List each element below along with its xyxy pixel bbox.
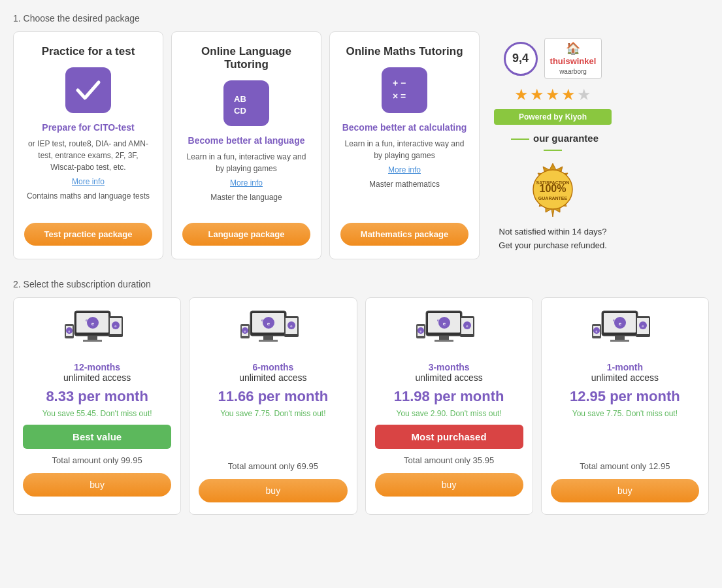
dur-save-3: You save 2.90. Don't miss out!: [396, 409, 501, 418]
device-icon-1: e extraas e e: [589, 310, 661, 355]
duration-card-1: e extraas e e 1-month unlimited access 1…: [541, 297, 709, 515]
most-purchased-badge: Most purchased: [375, 425, 523, 449]
pkg-contains-test: Contains maths and language tests: [27, 191, 150, 201]
pkg-title-maths: Online Maths Tutoring: [346, 45, 463, 58]
svg-text:100%: 100%: [540, 183, 566, 194]
svg-rect-41: [439, 336, 449, 340]
brand-name: thuiswinkel: [550, 56, 597, 67]
rating-box: 9,4 🏠 thuiswinkel waarborg: [504, 38, 602, 79]
svg-text:e: e: [420, 329, 422, 333]
pkg-desc-maths: Learn in a fun, interactive way and by p…: [340, 138, 468, 161]
svg-rect-11: [88, 336, 97, 340]
svg-rect-27: [259, 340, 278, 342]
package-card-test: Practice for a test Prepare for CITO-tes…: [13, 31, 163, 259]
guarantee-title: our guarantee: [494, 133, 612, 155]
svg-text:extraas: extraas: [613, 318, 625, 322]
pkg-desc-test: or IEP test, route8, DIA- and AMN-test, …: [24, 138, 152, 173]
dur-save-12: You save 55.45. Don't miss out!: [42, 409, 152, 418]
dur-price-1: 12.95 per month: [570, 388, 680, 405]
buy-button-6[interactable]: buy: [199, 479, 347, 502]
svg-text:CD: CD: [234, 106, 246, 116]
dur-save-6: You save 7.75. Don't miss out!: [220, 409, 325, 418]
svg-text:×  =: × =: [393, 91, 406, 101]
mathematics-package-button[interactable]: Mathematics package: [340, 223, 468, 246]
pkg-more-info-language[interactable]: More info: [230, 178, 263, 188]
svg-rect-56: [615, 336, 625, 340]
packages-row: Practice for a test Prepare for CITO-tes…: [13, 31, 709, 259]
pkg-icon-maths: + − × =: [382, 67, 427, 113]
svg-text:e: e: [244, 329, 246, 333]
pkg-more-info-test[interactable]: More info: [72, 177, 105, 186]
pkg-icon-test: [65, 67, 111, 113]
thuiswinkel-logo: 🏠 thuiswinkel waarborg: [544, 38, 602, 79]
svg-text:GUARANTEE: GUARANTEE: [538, 196, 568, 201]
test-practice-package-button[interactable]: Test practice package: [24, 223, 152, 246]
svg-text:extraas: extraas: [437, 318, 449, 322]
duration-card-6: e extraas e e 6-months unlimited access …: [189, 297, 357, 515]
svg-text:+  −: + −: [393, 78, 406, 88]
language-package-button[interactable]: Language package: [182, 223, 310, 246]
svg-text:e: e: [68, 329, 70, 333]
sidebar-panel: 9,4 🏠 thuiswinkel waarborg ★ ★ ★ ★ ★ Pow…: [487, 31, 618, 259]
svg-rect-57: [610, 340, 629, 342]
star-5-half: ★: [577, 86, 591, 104]
pkg-subtitle-language: Become better at language: [188, 135, 305, 146]
device-icon-6: e extraas e e: [237, 310, 309, 355]
star-1: ★: [514, 86, 529, 104]
pkg-more-info-maths[interactable]: More info: [388, 165, 421, 174]
dur-total-3: Total amount only 35.95: [404, 455, 494, 465]
satisfaction-badge: SATISFACTION 100% GUARANTEE: [523, 160, 582, 219]
device-icon-12: e extraas e e: [61, 310, 133, 355]
section2-title: 2. Select the subscription duration: [13, 279, 709, 289]
pkg-icon-language: AB CD: [223, 80, 269, 126]
svg-text:AB: AB: [234, 94, 246, 104]
star-4: ★: [561, 86, 576, 104]
dur-access-3: unlimited access: [415, 372, 483, 383]
abcd-icon: AB CD: [232, 89, 261, 118]
svg-text:extraas: extraas: [261, 318, 273, 322]
dur-months-12: 12-months: [74, 362, 120, 372]
dur-price-12: 8.33 per month: [46, 388, 148, 405]
dur-months-1: 1-month: [607, 362, 643, 372]
pkg-desc-language: Learn in a fun, interactive way and by p…: [182, 151, 310, 174]
svg-text:extraas: extraas: [86, 318, 97, 322]
dur-total-12: Total amount only 99.95: [52, 455, 142, 465]
pkg-contains-maths: Master mathematics: [369, 180, 440, 189]
calculator-icon: + − × =: [390, 76, 419, 105]
pkg-contains-language: Master the language: [210, 193, 282, 202]
pkg-subtitle-maths: Become better at calculating: [342, 122, 467, 133]
pkg-title-test: Practice for a test: [42, 45, 135, 58]
duration-row: e extraas e e 12-months unlimited access…: [13, 297, 709, 515]
svg-rect-42: [435, 340, 453, 342]
dur-price-6: 11.66 per month: [218, 388, 329, 405]
guarantee-text: Not satisfied within 14 days?Get your pu…: [499, 225, 607, 253]
duration-card-3: e extraas e e 3-months unlimited access …: [365, 297, 533, 515]
buy-button-12[interactable]: buy: [23, 473, 171, 497]
dur-months-6: 6-months: [252, 362, 293, 372]
svg-rect-12: [83, 340, 102, 342]
brand-sub: waarborg: [550, 67, 597, 76]
buy-button-3[interactable]: buy: [375, 473, 523, 497]
pkg-subtitle-test: Prepare for CITO-test: [42, 122, 134, 133]
package-card-language: Online Language Tutoring AB CD Become be…: [171, 31, 321, 259]
star-3: ★: [546, 86, 560, 104]
svg-rect-26: [263, 336, 273, 340]
rating-score: 9,4: [504, 42, 538, 76]
best-value-badge: Best value: [23, 425, 171, 449]
powered-by-bar: Powered by Kiyoh: [494, 109, 612, 125]
device-icon-3: e extraas e e: [413, 310, 485, 355]
checkmark-icon: [74, 76, 103, 105]
duration-card-12: e extraas e e 12-months unlimited access…: [13, 297, 181, 515]
dur-access-12: unlimited access: [63, 372, 131, 383]
package-card-maths: Online Maths Tutoring + − × = Become bet…: [329, 31, 480, 259]
section1-title: 1. Choose the desired package: [13, 13, 709, 24]
pkg-title-language: Online Language Tutoring: [182, 45, 310, 71]
stars-rating: ★ ★ ★ ★ ★: [514, 86, 591, 104]
dur-access-1: unlimited access: [591, 372, 659, 383]
buy-button-1[interactable]: buy: [551, 479, 699, 502]
star-2: ★: [530, 86, 544, 104]
dur-access-6: unlimited access: [239, 372, 307, 383]
dur-save-1: You save 7.75. Don't miss out!: [572, 409, 678, 418]
dur-price-3: 11.98 per month: [394, 388, 504, 405]
dur-months-3: 3-months: [429, 362, 470, 372]
